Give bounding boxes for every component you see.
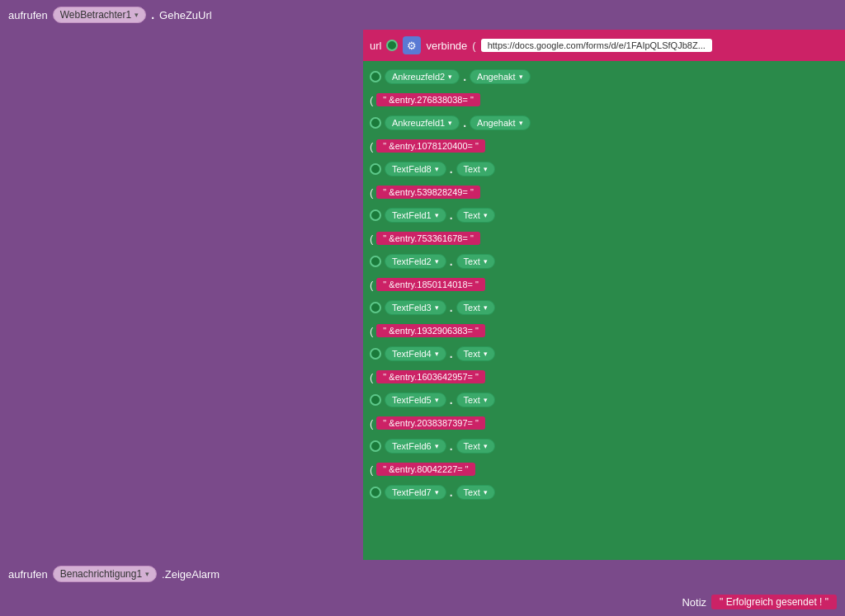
socket-tf6 (370, 440, 381, 452)
socket-tf7 (370, 487, 381, 498)
text3-dropdown[interactable]: Text ▾ (456, 300, 495, 315)
dot4: . (450, 209, 453, 222)
row-entry-4: ( " &entry.753361678= " (370, 228, 838, 249)
row-entry-9: ( " &entry.80042227= " (370, 458, 838, 480)
dot2: . (463, 116, 466, 129)
textfeld3-dropdown[interactable]: TextFeld3 ▾ (385, 300, 446, 315)
textfeld2-arrow: ▾ (435, 257, 439, 266)
text5-arrow: ▾ (484, 396, 488, 404)
textfeld6-dropdown[interactable]: TextFeld6 ▾ (385, 439, 446, 454)
textfeld1-label: TextFeld1 (392, 210, 432, 220)
paren-entry1: ( (370, 94, 373, 106)
textfeld8-dropdown[interactable]: TextFeld8 ▾ (385, 162, 446, 176)
browser-label: WebBetrachter1 (60, 9, 132, 21)
entry-string-5: " &entry.1850114018= " (376, 278, 485, 291)
angehakt1-dropdown[interactable]: Angehakt ▾ (470, 69, 530, 84)
benachrichtigung-label: Benachrichtigung1 (60, 568, 142, 580)
textfeld2-label: TextFeld2 (392, 256, 432, 266)
gear-icon[interactable]: ⚙ (403, 36, 421, 54)
browser-arrow: ▾ (135, 11, 139, 19)
textfeld1-dropdown[interactable]: TextFeld1 ▾ (385, 208, 446, 223)
content-area: url ⚙ verbinde ( https://docs.google.com… (0, 30, 845, 560)
dot1: . (463, 70, 466, 83)
paren-entry2: ( (370, 140, 373, 153)
paren-entry8: ( (370, 417, 373, 430)
text6-dropdown[interactable]: Text ▾ (456, 439, 495, 454)
success-message: " Erfolgreich gesendet ! " (711, 595, 837, 609)
row-textfeld6: TextFeld6 ▾ . Text ▾ (370, 435, 838, 457)
angehakt1-arrow: ▾ (519, 73, 523, 81)
text4-dropdown[interactable]: Text ▾ (456, 346, 495, 361)
row-textfeld8: TextFeld8 ▾ . Text ▾ (370, 158, 838, 180)
row-entry-6: ( " &entry.1932906383= " (370, 320, 838, 341)
dot8: . (450, 393, 453, 407)
text2-arrow: ▾ (484, 257, 488, 266)
notiz-bar: Notiz " Erfolgreich gesendet ! " (0, 588, 845, 616)
textfeld7-dropdown[interactable]: TextFeld7 ▾ (385, 485, 446, 500)
ankreuzfeld2-dropdown[interactable]: Ankreuzfeld2 ▾ (385, 69, 460, 84)
top-dot-sep: . (151, 8, 154, 21)
textfeld7-label: TextFeld7 (392, 487, 432, 497)
row-ankreuzfeld1: Ankreuzfeld1 ▾ . Angehakt ▾ (370, 112, 838, 134)
angehakt2-arrow: ▾ (519, 119, 523, 127)
paren-entry7: ( (370, 371, 373, 383)
entry-string-6: " &entry.1932906383= " (376, 324, 485, 337)
textfeld4-label: TextFeld4 (392, 349, 432, 359)
text7-label: Text (464, 487, 480, 497)
text2-dropdown[interactable]: Text ▾ (456, 254, 495, 269)
benachrichtigung-dropdown[interactable]: Benachrichtigung1 ▾ (53, 566, 157, 582)
socket-tf2 (370, 256, 381, 267)
textfeld5-label: TextFeld5 (392, 395, 432, 405)
text5-dropdown[interactable]: Text ▾ (456, 393, 495, 407)
row-entry-7: ( " &entry.1603642957= " (370, 366, 838, 388)
dot5: . (450, 255, 453, 268)
text3-arrow: ▾ (484, 303, 488, 312)
textfeld4-dropdown[interactable]: TextFeld4 ▾ (385, 346, 446, 361)
angehakt2-dropdown[interactable]: Angehakt ▾ (470, 115, 530, 130)
textfeld2-dropdown[interactable]: TextFeld2 ▾ (385, 254, 446, 269)
dot10: . (450, 486, 453, 499)
row-textfeld3: TextFeld3 ▾ . Text ▾ (370, 297, 838, 318)
socket-tf3 (370, 302, 381, 313)
row-entry-5: ( " &entry.1850114018= " (370, 274, 838, 295)
text1-dropdown[interactable]: Text ▾ (456, 208, 495, 223)
ankreuzfeld2-arrow: ▾ (448, 73, 452, 81)
text7-arrow: ▾ (484, 488, 488, 496)
verbinde-label: verbinde (426, 40, 467, 52)
text7-dropdown[interactable]: Text ▾ (456, 485, 495, 500)
socket-tf1 (370, 209, 381, 221)
bottom-bar: aufrufen Benachrichtigung1 ▾ .ZeigeAlarm (0, 560, 845, 588)
text6-label: Text (464, 441, 480, 451)
text2-label: Text (464, 256, 480, 266)
entry-string-9: " &entry.80042227= " (376, 463, 474, 476)
row-ankreuzfeld2: Ankreuzfeld2 ▾ . Angehakt ▾ (370, 66, 838, 87)
browser-dropdown[interactable]: WebBetrachter1 ▾ (53, 7, 147, 23)
textfeld3-arrow: ▾ (435, 303, 439, 312)
entry-string-2: " &entry.1078120400= " (376, 139, 485, 153)
entry-string-8: " &entry.2038387397= " (376, 416, 485, 430)
dot7: . (450, 347, 453, 360)
url-value[interactable]: https://docs.google.com/forms/d/e/1FAIpQ… (481, 39, 712, 52)
text1-arrow: ▾ (484, 211, 488, 219)
zeige-alarm-label: .ZeigeAlarm (162, 568, 220, 581)
socket-tf5 (370, 394, 381, 406)
row-textfeld4: TextFeld4 ▾ . Text ▾ (370, 343, 838, 364)
row-entry-2: ( " &entry.1078120400= " (370, 135, 838, 157)
textfeld5-dropdown[interactable]: TextFeld5 ▾ (385, 393, 446, 407)
ankreuzfeld1-label: Ankreuzfeld1 (392, 118, 445, 128)
ankreuzfeld1-arrow: ▾ (448, 119, 452, 127)
paren-entry6: ( (370, 325, 373, 337)
dot3: . (450, 162, 453, 176)
text8-dropdown[interactable]: Text ▾ (456, 162, 495, 176)
text8-arrow: ▾ (484, 165, 488, 173)
paren-open: ( (472, 40, 475, 52)
paren-entry3: ( (370, 186, 373, 199)
url-row: url ⚙ verbinde ( https://docs.google.com… (363, 30, 845, 61)
entry-string-1: " &entry.276838038= " (376, 93, 479, 106)
paren-entry4: ( (370, 233, 373, 245)
text5-label: Text (464, 395, 480, 405)
textfeld3-label: TextFeld3 (392, 303, 432, 313)
right-panel: Ankreuzfeld2 ▾ . Angehakt ▾ ( " &entry.2… (363, 61, 845, 560)
ankreuzfeld1-dropdown[interactable]: Ankreuzfeld1 ▾ (385, 115, 460, 130)
row-textfeld7: TextFeld7 ▾ . Text ▾ (370, 482, 838, 503)
